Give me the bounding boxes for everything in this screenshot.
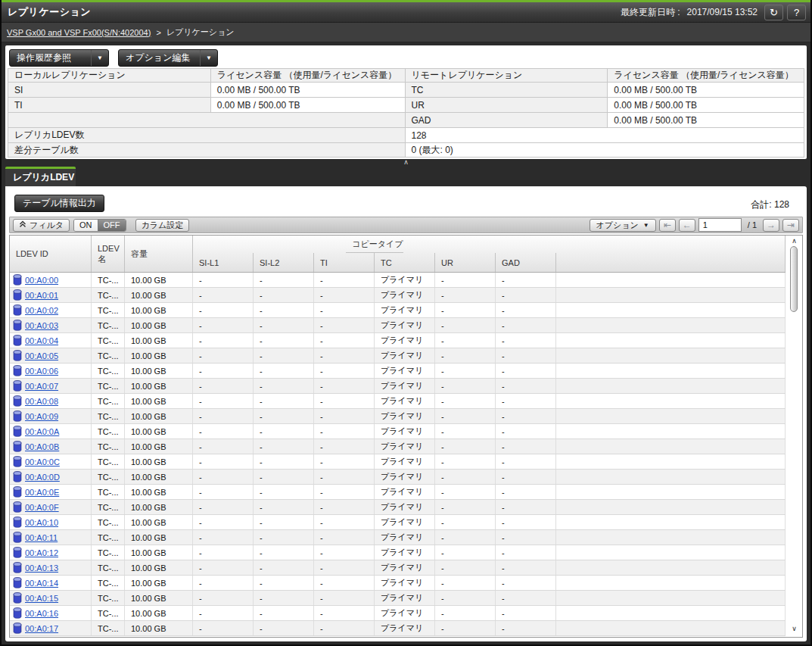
ldev-id-link[interactable]: 00:A0:05 xyxy=(25,351,58,360)
table-row[interactable]: 00:A0:02 TC-... 10.00 GB - - - プライマリ - - xyxy=(10,303,786,318)
edit-options-dropdown-button[interactable]: オプション編集 ▼ xyxy=(118,49,218,67)
table-row[interactable]: 00:A0:11 TC-... 10.00 GB - - - プライマリ - - xyxy=(10,530,786,545)
table-row[interactable]: 00:A0:16 TC-... 10.00 GB - - - プライマリ - - xyxy=(10,606,786,621)
column-header-ldev-id[interactable]: LDEV ID xyxy=(10,236,92,272)
column-header-capacity[interactable]: 容量 xyxy=(125,236,193,272)
title-bar-right: 最終更新日時 : 2017/09/15 13:52 ↻ ? xyxy=(621,5,806,20)
capacity-cell: 10.00 GB xyxy=(125,318,193,332)
ldev-id-link[interactable]: 00:A0:02 xyxy=(25,306,58,315)
ldev-id-link[interactable]: 00:A0:0B xyxy=(25,442,59,451)
options-dropdown-button[interactable]: オプション ▼ xyxy=(590,219,656,232)
ur-cell: - xyxy=(435,530,496,545)
ldev-id-link[interactable]: 00:A0:0E xyxy=(25,488,59,497)
table-row[interactable]: 00:A0:0C TC-... 10.00 GB - - - プライマリ - - xyxy=(10,454,786,470)
ur-cell: - xyxy=(435,576,496,590)
ldev-id-link[interactable]: 00:A0:08 xyxy=(25,397,58,406)
capacity-cell: 10.00 GB xyxy=(125,454,193,469)
chevron-down-icon[interactable]: ▼ xyxy=(200,50,217,66)
scroll-down-button[interactable]: ∨ xyxy=(789,625,800,632)
filter-on-button[interactable]: ON xyxy=(74,220,98,231)
table-row[interactable]: 00:A0:0A TC-... 10.00 GB - - - プライマリ - - xyxy=(10,424,786,439)
ldev-id-link[interactable]: 00:A0:04 xyxy=(25,336,58,345)
table-row[interactable]: 00:A0:17 TC-... 10.00 GB - - - プライマリ - - xyxy=(10,621,786,636)
column-header-tc[interactable]: TC xyxy=(375,253,435,272)
capacity-cell: 10.00 GB xyxy=(125,348,193,363)
table-row[interactable]: 00:A0:06 TC-... 10.00 GB - - - プライマリ - - xyxy=(10,364,786,379)
ti-cell: - xyxy=(314,500,375,514)
ldev-id-link[interactable]: 00:A0:03 xyxy=(25,321,58,330)
breadcrumb-root-link[interactable]: VSP Gx00 and VSP Fx00(S/N:402004) xyxy=(7,28,151,37)
table-row[interactable]: 00:A0:0D TC-... 10.00 GB - - - プライマリ - - xyxy=(10,470,786,485)
last-page-button[interactable]: ⇥ xyxy=(782,219,799,232)
column-header-ldev-name[interactable]: LDEV名 xyxy=(92,236,125,272)
ti-cell: - xyxy=(314,485,375,499)
collapse-summary-button[interactable]: ∧ xyxy=(0,158,812,166)
ldev-volume-icon xyxy=(13,471,22,482)
column-header-si-l2[interactable]: SI-L2 xyxy=(254,253,314,272)
refresh-button[interactable]: ↻ xyxy=(764,5,783,20)
ldev-id-link[interactable]: 00:A0:14 xyxy=(25,579,58,588)
ldev-id-link[interactable]: 00:A0:13 xyxy=(25,563,58,573)
ti-cell: - xyxy=(314,576,375,590)
ldev-id-link[interactable]: 00:A0:00 xyxy=(25,276,58,285)
table-row[interactable]: 00:A0:03 TC-... 10.00 GB - - - プライマリ - - xyxy=(10,318,786,333)
ldev-id-link[interactable]: 00:A0:01 xyxy=(25,291,58,300)
table-row[interactable]: 00:A0:09 TC-... 10.00 GB - - - プライマリ - - xyxy=(10,409,786,424)
column-header-ur[interactable]: UR xyxy=(435,253,496,272)
ldev-name-cell: TC-... xyxy=(92,288,125,302)
table-row[interactable]: 00:A0:05 TC-... 10.00 GB - - - プライマリ - - xyxy=(10,348,786,364)
ldev-id-link[interactable]: 00:A0:15 xyxy=(25,594,58,603)
filter-off-button[interactable]: OFF xyxy=(98,220,126,231)
column-settings-button[interactable]: カラム設定 xyxy=(135,219,190,232)
table-row[interactable]: 00:A0:10 TC-... 10.00 GB - - - プライマリ - - xyxy=(10,515,786,530)
gad-cell: - xyxy=(496,470,556,484)
ldev-id-link[interactable]: 00:A0:12 xyxy=(25,548,58,557)
si-l2-cell: - xyxy=(254,470,314,484)
ldev-id-link[interactable]: 00:A0:07 xyxy=(25,382,58,391)
table-row[interactable]: 00:A0:0E TC-... 10.00 GB - - - プライマリ - - xyxy=(10,485,786,500)
filter-button[interactable]: フィルタ xyxy=(13,219,70,232)
ldev-id-link[interactable]: 00:A0:0D xyxy=(25,473,60,482)
table-row[interactable]: 00:A0:08 TC-... 10.00 GB - - - プライマリ - - xyxy=(10,394,786,409)
scroll-up-button[interactable]: ∧ xyxy=(789,237,800,245)
chevron-down-icon[interactable]: ▼ xyxy=(91,50,108,66)
table-row[interactable]: 00:A0:12 TC-... 10.00 GB - - - プライマリ - - xyxy=(10,545,786,560)
tc-cell: プライマリ xyxy=(375,606,435,620)
table-row[interactable]: 00:A0:0F TC-... 10.00 GB - - - プライマリ - - xyxy=(10,500,786,515)
table-scrollbar[interactable]: ∧ ∨ xyxy=(789,236,800,635)
ldev-id-link[interactable]: 00:A0:11 xyxy=(25,533,58,542)
prev-page-button[interactable]: ← xyxy=(679,219,695,232)
page-number-input[interactable] xyxy=(698,218,742,232)
si-l2-cell: - xyxy=(254,485,314,499)
ldev-id-link[interactable]: 00:A0:06 xyxy=(25,367,58,376)
table-row[interactable]: 00:A0:14 TC-... 10.00 GB - - - プライマリ - - xyxy=(10,576,786,591)
scrollbar-thumb[interactable] xyxy=(790,246,798,312)
table-row[interactable]: 00:A0:01 TC-... 10.00 GB - - - プライマリ - - xyxy=(10,288,786,303)
table-row[interactable]: 00:A0:04 TC-... 10.00 GB - - - プライマリ - - xyxy=(10,333,786,348)
column-header-gad[interactable]: GAD xyxy=(496,253,556,272)
ldev-id-link[interactable]: 00:A0:0F xyxy=(25,503,59,512)
column-header-ti[interactable]: TI xyxy=(314,253,375,272)
table-row[interactable]: 00:A0:15 TC-... 10.00 GB - - - プライマリ - - xyxy=(10,591,786,606)
help-button[interactable]: ? xyxy=(787,5,806,20)
column-header-si-l1[interactable]: SI-L1 xyxy=(193,253,254,272)
tab-replica-ldev[interactable]: レプリカLDEV xyxy=(5,167,76,186)
ldev-id-cell: 00:A0:13 xyxy=(10,560,92,575)
table-row[interactable]: 00:A0:07 TC-... 10.00 GB - - - プライマリ - - xyxy=(10,379,786,394)
export-table-button[interactable]: テーブル情報出力 xyxy=(14,195,104,212)
history-dropdown-button[interactable]: 操作履歴参照 ▼ xyxy=(9,49,109,67)
ldev-id-link[interactable]: 00:A0:0A xyxy=(25,427,59,436)
ldev-id-link[interactable]: 00:A0:17 xyxy=(25,624,58,633)
table-row[interactable]: 00:A0:13 TC-... 10.00 GB - - - プライマリ - - xyxy=(10,560,786,576)
ldev-id-link[interactable]: 00:A0:0C xyxy=(25,457,60,467)
first-page-button[interactable]: ⇤ xyxy=(659,219,676,232)
ldev-id-link[interactable]: 00:A0:09 xyxy=(25,412,58,421)
next-page-button[interactable]: → xyxy=(763,219,779,232)
ldev-id-link[interactable]: 00:A0:16 xyxy=(25,609,58,618)
table-row[interactable]: 00:A0:0B TC-... 10.00 GB - - - プライマリ - - xyxy=(10,439,786,454)
ldev-id-cell: 00:A0:0D xyxy=(10,470,92,484)
ldev-id-cell: 00:A0:11 xyxy=(10,530,92,545)
ldev-id-link[interactable]: 00:A0:10 xyxy=(25,518,58,527)
filler-cell xyxy=(556,470,786,484)
table-row[interactable]: 00:A0:00 TC-... 10.00 GB - - - プライマリ - - xyxy=(10,273,786,288)
